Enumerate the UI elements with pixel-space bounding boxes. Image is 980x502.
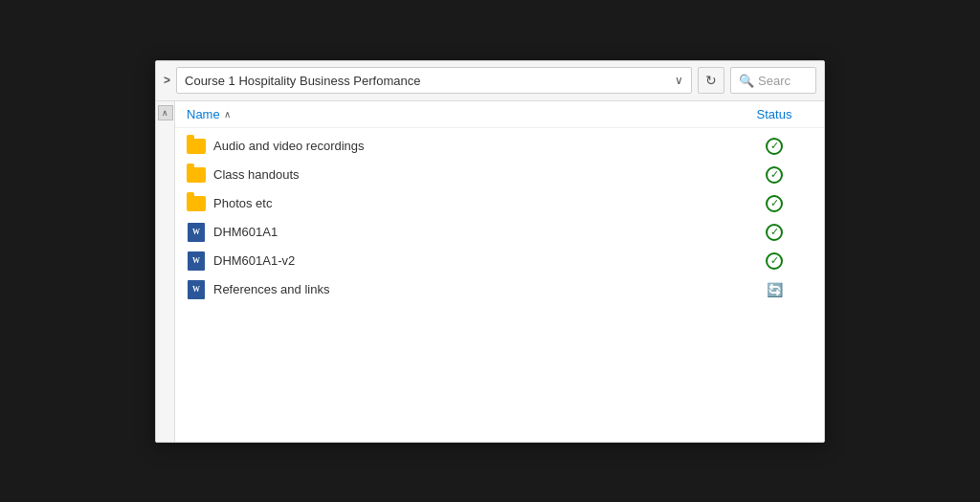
file-name: DHM601A1-v2 xyxy=(213,253,736,268)
folder-icon xyxy=(187,194,206,213)
breadcrumb-arrow: > xyxy=(164,74,170,87)
left-navigation-bar: ∧ xyxy=(156,101,175,442)
file-name: DHM601A1 xyxy=(213,225,736,239)
status-ok-icon: ✓ xyxy=(766,252,783,270)
status-column-header: Status xyxy=(736,107,813,121)
file-status: ✓ xyxy=(736,224,813,241)
column-headers: Name ∧ Status xyxy=(175,101,824,128)
address-path-text: Course 1 Hospitality Business Perfomance xyxy=(185,74,420,88)
file-status: ✓ xyxy=(736,252,813,270)
search-placeholder-text: Searc xyxy=(758,74,791,88)
file-status: ✓ xyxy=(736,138,813,155)
sort-arrow-icon: ∧ xyxy=(224,109,231,120)
file-name: Photos etc xyxy=(213,196,736,210)
content-area: ∧ Name ∧ Status Audio and video recor xyxy=(156,101,824,442)
address-bar: > Course 1 Hospitality Business Perfoman… xyxy=(156,61,824,101)
list-item[interactable]: Class handouts ✓ xyxy=(175,161,824,189)
list-item[interactable]: Photos etc ✓ xyxy=(175,189,824,218)
chevron-down-icon: ∨ xyxy=(675,74,683,87)
name-column-header[interactable]: Name ∧ xyxy=(187,107,736,121)
word-doc-icon: W xyxy=(187,251,206,271)
file-name: Audio and video recordings xyxy=(213,139,736,153)
sync-icon: 🔄 xyxy=(766,281,783,298)
status-ok-icon: ✓ xyxy=(766,195,783,212)
search-box[interactable]: 🔍 Searc xyxy=(730,67,816,94)
list-item[interactable]: W DHM601A1-v2 ✓ xyxy=(175,247,824,275)
status-ok-icon: ✓ xyxy=(766,224,783,241)
word-doc-icon: W xyxy=(187,280,206,299)
list-item[interactable]: Audio and video recordings ✓ xyxy=(175,132,824,161)
scroll-up-button[interactable]: ∧ xyxy=(158,105,173,120)
file-name: References and links xyxy=(213,282,736,296)
list-item[interactable]: W DHM601A1 ✓ xyxy=(175,218,824,247)
folder-icon xyxy=(187,165,206,185)
refresh-button[interactable]: ↻ xyxy=(698,67,724,94)
address-path-box[interactable]: Course 1 Hospitality Business Perfomance… xyxy=(176,67,692,94)
file-explorer-window: > Course 1 Hospitality Business Perfoman… xyxy=(155,60,825,443)
file-status: ✓ xyxy=(736,195,813,212)
file-status: 🔄 xyxy=(736,281,813,298)
file-name: Class handouts xyxy=(213,167,736,182)
list-item[interactable]: W References and links 🔄 xyxy=(175,275,824,304)
file-status: ✓ xyxy=(736,166,813,184)
status-ok-icon: ✓ xyxy=(766,166,783,184)
status-ok-icon: ✓ xyxy=(766,138,783,155)
search-icon: 🔍 xyxy=(739,74,754,88)
file-list: Name ∧ Status Audio and video recordings… xyxy=(175,101,824,442)
word-doc-icon: W xyxy=(187,223,206,242)
file-rows-container: Audio and video recordings ✓ Class hando… xyxy=(175,128,824,442)
folder-icon xyxy=(187,137,206,156)
